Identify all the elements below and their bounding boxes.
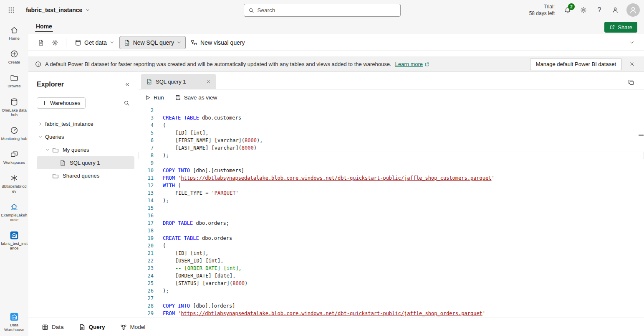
code-line-2[interactable]: 2: [139, 107, 644, 114]
tree-item-sql-query-1[interactable]: SQL query 1: [37, 156, 134, 169]
get-data-button[interactable]: Get data: [71, 36, 119, 49]
warehouse-settings-button[interactable]: [48, 36, 62, 49]
gauge-icon: [10, 126, 18, 135]
tab-sql-query-1[interactable]: SQL SQL query 1: [141, 74, 216, 89]
close-tab-button[interactable]: [204, 77, 212, 86]
new-item-button[interactable]: [34, 36, 48, 49]
chevron-down-icon[interactable]: [37, 134, 43, 140]
code-line-19[interactable]: 19CREATE TABLE dbo.orders: [139, 234, 644, 242]
rail-item-create[interactable]: Create: [1, 50, 28, 64]
new-sql-query-button[interactable]: SQL New SQL query: [119, 36, 186, 49]
settings-button[interactable]: [576, 3, 591, 17]
code-line-8[interactable]: 8);: [139, 152, 644, 159]
tab-home[interactable]: Home: [35, 22, 53, 32]
tree-item-label: Queries: [45, 134, 64, 140]
tree-item-label: Shared queries: [63, 173, 99, 179]
close-icon: [206, 79, 211, 84]
info-icon: [35, 61, 41, 67]
folder-icon: [52, 173, 60, 179]
share-button[interactable]: Share: [604, 22, 637, 33]
table-grid-icon: [42, 324, 48, 331]
collapse-ribbon-button[interactable]: [625, 36, 638, 49]
svg-text:SQL: SQL: [125, 42, 129, 44]
tree-item-fabric-test-instance[interactable]: fabric_test_instance: [37, 117, 134, 130]
code-line-28[interactable]: 28COPY INTO [dbo].[orders]: [139, 302, 644, 310]
code-line-10[interactable]: 10COPY INTO [dbo].[customers]: [139, 167, 644, 174]
code-text: WITH (: [163, 182, 181, 189]
chevron-down-icon[interactable]: [44, 147, 51, 153]
code-line-22[interactable]: 22 [USER_ID] [int],: [139, 257, 644, 265]
feedback-button[interactable]: [608, 3, 622, 17]
code-editor[interactable]: 23CREATE TABLE dbo.customers4(5 [ID] [in…: [139, 106, 644, 318]
rail-item-monitoring-hub[interactable]: Monitoring hub: [1, 126, 28, 141]
code-line-18[interactable]: 18: [139, 227, 644, 234]
bottom-tab-label: Model: [130, 324, 146, 330]
manage-dataset-button[interactable]: Manage default Power BI dataset: [530, 58, 622, 70]
sql-file-icon: SQL: [146, 79, 152, 85]
rail-item-fabric-test-instance[interactable]: fabric_test_instance: [1, 231, 28, 250]
banner-close-button[interactable]: [626, 58, 638, 71]
bottom-tab-query[interactable]: Query: [79, 324, 105, 331]
workspace-switcher[interactable]: fabric_test_instance: [26, 7, 90, 13]
plus-circle-icon: [10, 50, 18, 58]
save-as-view-button[interactable]: Save as view: [175, 94, 217, 101]
bottom-tab-data[interactable]: Data: [42, 324, 64, 331]
search-input[interactable]: Search: [244, 4, 401, 17]
notifications-button[interactable]: 2: [561, 3, 575, 17]
code-line-12[interactable]: 12WITH (: [139, 182, 644, 189]
scrollbar-marker[interactable]: [639, 135, 644, 136]
document-icon: [38, 39, 44, 46]
line-number: 6: [139, 137, 163, 144]
code-line-5[interactable]: 5 [ID] [int],: [139, 129, 644, 137]
app-launcher-button[interactable]: [4, 3, 18, 17]
code-line-4[interactable]: 4(: [139, 122, 644, 129]
bottom-tab-model[interactable]: Model: [120, 324, 146, 331]
rail-item-onelake-data-hub[interactable]: OneLake data hub: [1, 98, 28, 117]
chevron-right-icon[interactable]: [37, 121, 43, 127]
code-line-23[interactable]: 23 -- [ORDER_DATE] [int],: [139, 265, 644, 272]
rail-item-label: OneLake data hub: [1, 108, 28, 117]
explorer-search-button[interactable]: [119, 96, 134, 110]
code-line-27[interactable]: 27: [139, 295, 644, 302]
help-button[interactable]: ?: [592, 3, 606, 17]
code-line-17[interactable]: 17DROP TABLE dbo.orders;: [139, 219, 644, 227]
code-line-29[interactable]: 29FROM 'https://dbtlabsynapsedatalake.bl…: [139, 310, 644, 317]
rail-item-data-warehouse[interactable]: Data Warehouse: [1, 313, 28, 332]
code-text: );: [163, 287, 169, 295]
tree-spacer: [51, 160, 58, 166]
code-line-3[interactable]: 3CREATE TABLE dbo.customers: [139, 114, 644, 122]
rail-item-browse[interactable]: Browse: [1, 74, 28, 88]
tree-item-my-queries[interactable]: My queries: [37, 143, 134, 156]
collapse-explorer-button[interactable]: [120, 77, 134, 92]
code-line-24[interactable]: 24 [ORDER_DATE] [date],: [139, 272, 644, 280]
explorer-tree: fabric_test_instanceQueriesMy queriesSQL…: [28, 114, 138, 182]
code-line-13[interactable]: 13 FILE_TYPE = 'PARQUET': [139, 189, 644, 197]
add-warehouses-button[interactable]: Warehouses: [37, 97, 86, 109]
code-line-6[interactable]: 6 [FIRST_NAME] [varchar](8000),: [139, 137, 644, 144]
new-visual-query-button[interactable]: New visual query: [187, 36, 249, 49]
rail-item-dbtlabsfabricdev[interactable]: dbtlabsfabricdev: [1, 174, 28, 193]
code-line-25[interactable]: 25 [STATUS] [varchar](8000): [139, 280, 644, 287]
code-line-21[interactable]: 21 [ID] [int],: [139, 249, 644, 257]
code-line-15[interactable]: 15: [139, 204, 644, 212]
code-line-11[interactable]: 11FROM 'https://dbtlabsynapsedatalake.bl…: [139, 174, 644, 182]
code-line-20[interactable]: 20(: [139, 242, 644, 249]
code-line-9[interactable]: 9: [139, 159, 644, 167]
rail-item-workspaces[interactable]: Workspaces: [1, 150, 28, 165]
account-avatar[interactable]: [626, 3, 640, 17]
run-button[interactable]: Run: [144, 94, 164, 101]
rail-item-examplelakehouse[interactable]: ExampleLakehouse: [1, 203, 28, 222]
external-link-icon: [424, 62, 429, 67]
copy-button[interactable]: [624, 75, 638, 89]
line-number: 21: [139, 249, 163, 257]
code-line-26[interactable]: 26);: [139, 287, 644, 295]
tree-item-shared-queries[interactable]: Shared queries: [37, 169, 134, 182]
code-line-7[interactable]: 7 [LAST_NAME] [varchar](8000): [139, 144, 644, 152]
editor-area: SQL SQL query 1 Run Save as view 23CREAT…: [139, 71, 644, 318]
code-line-14[interactable]: 14);: [139, 197, 644, 204]
toolbar-divider: [66, 38, 66, 47]
tree-item-queries[interactable]: Queries: [37, 130, 134, 143]
learn-more-link[interactable]: Learn more: [395, 61, 429, 67]
rail-item-home[interactable]: Home: [1, 26, 28, 41]
code-line-16[interactable]: 16: [139, 212, 644, 219]
